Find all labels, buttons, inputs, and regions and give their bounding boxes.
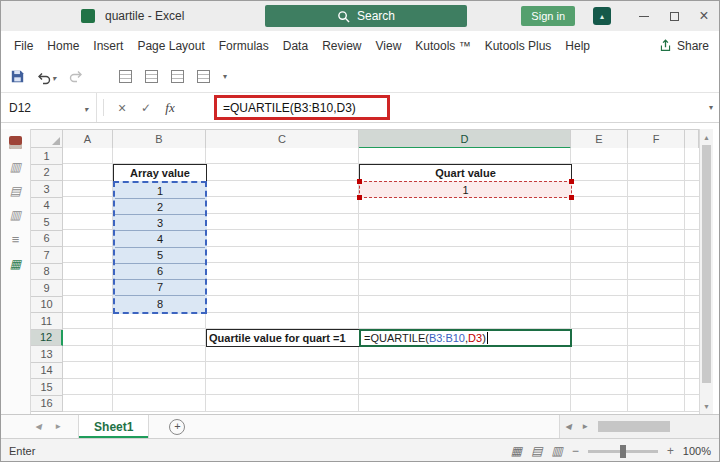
side-pane-icon-3[interactable] <box>10 185 21 197</box>
vertical-scrollbar-thumb[interactable] <box>702 145 711 383</box>
column-header-a[interactable]: A <box>63 130 113 149</box>
column-header-d[interactable]: D <box>359 130 571 149</box>
cell-b5[interactable]: 3 <box>115 215 205 231</box>
cell-d3-quart-value[interactable]: 1 <box>359 181 572 198</box>
horizontal-scrollbar[interactable] <box>559 415 719 438</box>
tab-kutools[interactable]: Kutools ™ <box>408 31 477 60</box>
save-button[interactable] <box>11 70 24 83</box>
row-header-14[interactable]: 14 <box>31 363 63 380</box>
zoom-level[interactable]: 100% <box>683 445 711 457</box>
cell-b9[interactable]: 7 <box>115 280 205 296</box>
close-button[interactable] <box>689 1 719 31</box>
row-header-8[interactable]: 8 <box>31 264 63 281</box>
column-header-f[interactable]: F <box>628 130 685 149</box>
column-header-partial[interactable] <box>685 130 699 149</box>
expand-formula-bar-icon[interactable] <box>709 93 713 122</box>
cell-b8[interactable]: 6 <box>115 264 205 280</box>
page-layout-view-icon[interactable] <box>531 444 542 458</box>
tab-review[interactable]: Review <box>315 31 368 60</box>
ribbon-display-options-icon[interactable]: ▴ <box>593 7 611 25</box>
row-header-15[interactable]: 15 <box>31 379 63 396</box>
horizontal-scrollbar-thumb[interactable] <box>598 421 670 432</box>
zoom-slider-thumb[interactable] <box>620 445 626 458</box>
row-header-13[interactable]: 13 <box>31 346 63 363</box>
customize-toolbar-icon[interactable] <box>223 72 227 81</box>
insert-function-icon[interactable] <box>158 93 182 122</box>
vertical-scrollbar[interactable] <box>699 129 713 414</box>
row-header-6[interactable]: 6 <box>31 231 63 248</box>
selection-handle[interactable] <box>357 195 362 200</box>
cell-d2-quart-header[interactable]: Quart value <box>359 164 572 182</box>
column-header-e[interactable]: E <box>571 130 628 149</box>
scroll-up-icon[interactable] <box>700 130 713 144</box>
tab-page-layout[interactable]: Page Layout <box>130 31 211 60</box>
row-header-4[interactable]: 4 <box>31 198 63 215</box>
side-pane-icon-2[interactable] <box>10 161 21 173</box>
redo-button[interactable] <box>69 70 83 83</box>
undo-button[interactable] <box>37 67 56 85</box>
tab-insert[interactable]: Insert <box>86 31 130 60</box>
selection-handle[interactable] <box>569 195 574 200</box>
row-header-11[interactable]: 11 <box>31 313 63 330</box>
row-header-10[interactable]: 10 <box>31 297 63 314</box>
row-header-3[interactable]: 3 <box>31 181 63 198</box>
new-sheet-icon[interactable] <box>169 419 185 435</box>
tab-view[interactable]: View <box>369 31 409 60</box>
sheet-tab-sheet1[interactable]: Sheet1 <box>78 415 149 438</box>
cell-c12-label[interactable]: Quartile value for quart =1 <box>206 329 360 347</box>
side-pane-icon-4[interactable] <box>10 209 21 221</box>
search-box[interactable]: Search <box>265 5 467 27</box>
selection-handle[interactable] <box>357 179 362 184</box>
row-header-2[interactable]: 2 <box>31 165 63 182</box>
row-header-5[interactable]: 5 <box>31 214 63 231</box>
select-all-corner[interactable] <box>31 129 63 148</box>
share-button[interactable]: Share <box>659 39 709 53</box>
tab-data[interactable]: Data <box>276 31 315 60</box>
zoom-slider[interactable] <box>588 450 658 453</box>
minimize-button[interactable] <box>629 1 659 31</box>
table-icon[interactable] <box>145 70 158 83</box>
sheet-cells[interactable]: Array value 1 2 3 4 5 6 7 8 Quart value … <box>63 148 699 412</box>
tab-file[interactable]: File <box>7 31 40 60</box>
list-icon[interactable] <box>197 70 210 83</box>
page-break-view-icon[interactable] <box>551 444 562 458</box>
cell-b2-array-header[interactable]: Array value <box>113 164 207 182</box>
document-icon[interactable] <box>119 70 132 83</box>
row-header-1[interactable]: 1 <box>31 148 63 165</box>
cell-b7[interactable]: 5 <box>115 248 205 264</box>
confirm-entry-icon[interactable] <box>134 93 158 122</box>
zoom-out-icon[interactable] <box>572 444 579 458</box>
maximize-button[interactable] <box>659 1 689 31</box>
previous-sheet-icon[interactable] <box>35 422 41 431</box>
next-sheet-icon[interactable] <box>54 422 62 431</box>
referenced-range-b3-b10[interactable]: 1 2 3 4 5 6 7 8 <box>113 181 207 314</box>
cell-b10[interactable]: 8 <box>115 296 205 312</box>
cell-b6[interactable]: 4 <box>115 231 205 247</box>
sign-in-button[interactable]: Sign in <box>521 6 575 26</box>
column-header-c[interactable]: C <box>206 130 359 149</box>
tab-kutools-plus[interactable]: Kutools Plus <box>478 31 559 60</box>
scroll-right-icon[interactable] <box>576 422 594 431</box>
zoom-in-icon[interactable] <box>667 444 674 458</box>
cell-b3[interactable]: 1 <box>115 183 205 199</box>
cell-d12-formula-input[interactable]: =QUARTILE( B3:B10 , D3 ) <box>359 329 572 347</box>
side-pane-icon-6[interactable] <box>10 258 21 270</box>
tab-home[interactable]: Home <box>40 31 86 60</box>
tab-help[interactable]: Help <box>558 31 597 60</box>
side-pane-icon-1[interactable] <box>9 136 22 149</box>
column-header-b[interactable]: B <box>113 130 206 149</box>
selection-handle[interactable] <box>569 179 574 184</box>
cancel-entry-icon[interactable] <box>110 93 134 122</box>
row-header-12[interactable]: 12 <box>31 330 63 347</box>
row-header-16[interactable]: 16 <box>31 396 63 413</box>
scroll-down-icon[interactable] <box>700 399 713 413</box>
cell-b4[interactable]: 2 <box>115 199 205 215</box>
side-pane-icon-5[interactable] <box>12 233 20 246</box>
name-box[interactable]: D12 <box>1 93 97 122</box>
row-header-7[interactable]: 7 <box>31 247 63 264</box>
normal-view-icon[interactable] <box>511 444 522 458</box>
row-header-9[interactable]: 9 <box>31 280 63 297</box>
scroll-left-icon[interactable] <box>560 422 576 431</box>
tab-formulas[interactable]: Formulas <box>212 31 276 60</box>
grid-icon[interactable] <box>171 70 184 83</box>
